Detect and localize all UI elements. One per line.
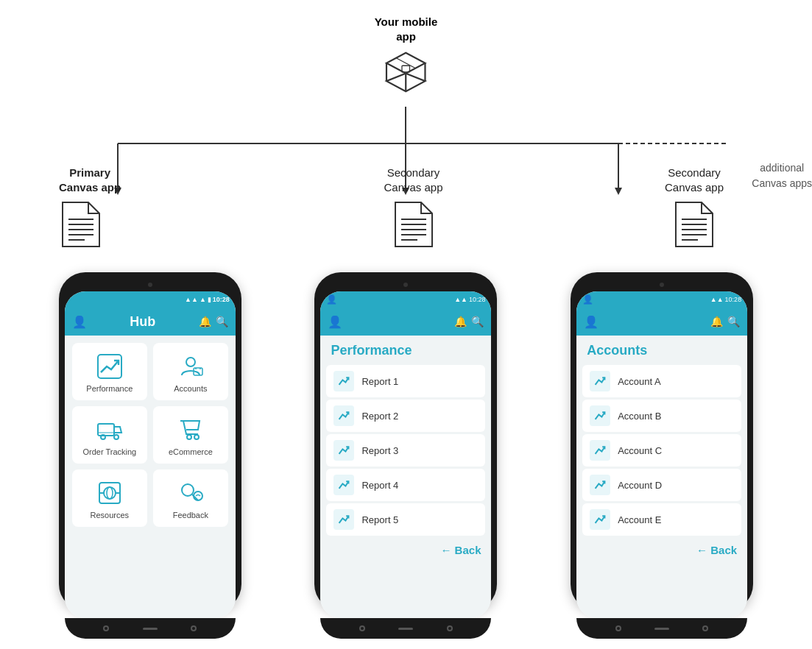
hub-tile-performance[interactable]: Performance xyxy=(72,343,147,400)
svg-rect-31 xyxy=(98,355,121,378)
feedback-label: Feedback xyxy=(173,511,208,519)
header-bar-hub: 👤 Hub 🔔 🔍 xyxy=(65,308,236,336)
resources-icon xyxy=(96,480,123,506)
hub-tile-feedback[interactable]: Feedback xyxy=(153,469,228,527)
svg-point-47 xyxy=(182,484,194,496)
time-acc: 10:28 xyxy=(725,296,742,303)
primary-canvas-label: PrimaryCanvas app xyxy=(59,166,121,194)
feedback-icon xyxy=(177,480,204,506)
search-icon-perf: 🔍 xyxy=(471,316,484,327)
accountA-label: Account A xyxy=(618,376,661,387)
svg-point-37 xyxy=(101,435,105,439)
list-item-report2[interactable]: Report 2 xyxy=(326,400,485,432)
report4-icon xyxy=(333,475,354,495)
hub-content: Performance Accounts xyxy=(65,336,236,618)
primary-canvas-node: PrimaryCanvas app xyxy=(59,166,206,250)
phone-notch-hub xyxy=(65,278,236,291)
svg-line-14 xyxy=(396,58,415,68)
home-btn-hub xyxy=(143,628,158,630)
user-icon-acc: 👤 xyxy=(582,294,593,305)
list-item-accountD[interactable]: Account D xyxy=(582,469,741,501)
battery-icon-hub: ▮ xyxy=(208,296,211,303)
accountD-icon xyxy=(590,475,610,495)
top-section: Your mobileapp PrimaryCanvas app xyxy=(0,0,812,265)
accounts-content: Accounts Account A xyxy=(576,336,747,618)
list-item-report1[interactable]: Report 1 xyxy=(326,365,485,397)
hub-grid: Performance Accounts xyxy=(65,336,236,534)
phone-notch-acc xyxy=(576,278,747,291)
bell-icon-hub: 🔔 xyxy=(199,316,211,327)
bell-icon-acc: 🔔 xyxy=(710,316,723,327)
secondary-canvas-node-1: SecondaryCanvas app xyxy=(340,166,487,250)
truck-icon xyxy=(96,416,123,443)
accountA-icon xyxy=(590,371,610,391)
report2-label: Report 2 xyxy=(361,411,398,422)
performance-label: Performance xyxy=(86,384,133,393)
list-item-accountC[interactable]: Account C xyxy=(582,434,741,467)
hub-tile-order-tracking[interactable]: Order Tracking xyxy=(72,406,147,464)
back-button-perf[interactable]: ← Back xyxy=(320,538,491,562)
phone-screen-perf: 👤 ▲▲ 10:28 👤 🔔 🔍 xyxy=(320,291,491,618)
trend-icon-c xyxy=(594,444,606,456)
secondary-canvas-label-1: SecondaryCanvas app xyxy=(384,166,442,194)
doc-icon-secondary-1 xyxy=(392,199,436,250)
trend-icon-1 xyxy=(338,375,350,387)
camera-dot-acc xyxy=(660,283,664,287)
status-bar-right-acc: ▲▲ 10:28 xyxy=(710,296,741,303)
diagram-container: Your mobileapp PrimaryCanvas app xyxy=(0,0,812,649)
phone-performance: 👤 ▲▲ 10:28 👤 🔔 🔍 xyxy=(314,272,497,611)
trend-icon-5 xyxy=(338,514,350,525)
additional-canvas-label: additionalCanvas apps xyxy=(752,160,812,191)
header-bar-acc: 👤 🔔 🔍 xyxy=(576,308,747,336)
report2-icon xyxy=(333,405,354,426)
mobile-app-label: Your mobileapp xyxy=(375,15,438,43)
back-arrow-acc: ← Back xyxy=(696,544,737,556)
back-button-acc[interactable]: ← Back xyxy=(576,538,747,562)
report3-icon xyxy=(333,440,354,461)
status-bar-right-hub: ▲▲ ▲ ▮ 10:28 xyxy=(185,296,230,303)
svg-point-40 xyxy=(187,435,191,439)
phone-hub: ▲▲ ▲ ▮ 10:28 👤 Hub 🔔 🔍 xyxy=(59,272,241,611)
phone-screen-acc: 👤 ▲▲ 10:28 👤 🔔 🔍 xyxy=(576,291,747,618)
list-item-accountE[interactable]: Account E xyxy=(582,503,741,536)
signal-icon-perf: ▲▲ xyxy=(454,296,467,303)
order-tracking-label: Order Tracking xyxy=(82,447,136,456)
accountD-label: Account D xyxy=(618,480,662,491)
accountE-label: Account E xyxy=(618,514,661,525)
list-item-report3[interactable]: Report 3 xyxy=(326,434,485,467)
report5-label: Report 5 xyxy=(361,514,398,525)
camera-dot-perf xyxy=(403,283,408,287)
wifi-icon-hub: ▲ xyxy=(200,296,206,303)
hub-tile-ecommerce[interactable]: eCommerce xyxy=(153,406,228,464)
hub-tile-resources[interactable]: Resources xyxy=(72,469,147,527)
list-item-accountA[interactable]: Account A xyxy=(582,365,741,397)
svg-point-38 xyxy=(114,435,119,439)
performance-content: Performance Report 1 xyxy=(320,336,491,618)
accounts-icon xyxy=(177,353,204,380)
phone-notch-perf xyxy=(320,278,491,291)
recent-btn-perf xyxy=(447,625,453,631)
accountB-icon xyxy=(590,405,610,426)
time-hub: 10:28 xyxy=(213,296,230,303)
hub-tile-accounts[interactable]: Accounts xyxy=(153,343,228,400)
report5-icon xyxy=(333,509,354,530)
report4-label: Report 4 xyxy=(361,480,398,491)
mobile-app-node: Your mobileapp xyxy=(375,15,438,98)
back-btn-perf xyxy=(359,625,365,631)
trend-icon-e xyxy=(594,514,606,525)
list-item-report5[interactable]: Report 5 xyxy=(326,503,485,536)
camera-dot-hub xyxy=(148,283,152,287)
box-icon xyxy=(381,46,432,98)
svg-rect-36 xyxy=(98,424,114,436)
search-icon-hub: 🔍 xyxy=(216,316,228,327)
report1-icon xyxy=(333,371,354,391)
accountB-label: Account B xyxy=(618,411,661,422)
list-item-report4[interactable]: Report 4 xyxy=(326,469,485,501)
svg-point-46 xyxy=(107,487,113,499)
svg-point-43 xyxy=(104,487,116,499)
trend-icon-2 xyxy=(338,410,350,422)
recent-btn-acc xyxy=(702,625,708,631)
phone-bottom-hub xyxy=(65,618,236,639)
list-item-accountB[interactable]: Account B xyxy=(582,400,741,432)
back-arrow-perf: ← Back xyxy=(440,544,481,556)
